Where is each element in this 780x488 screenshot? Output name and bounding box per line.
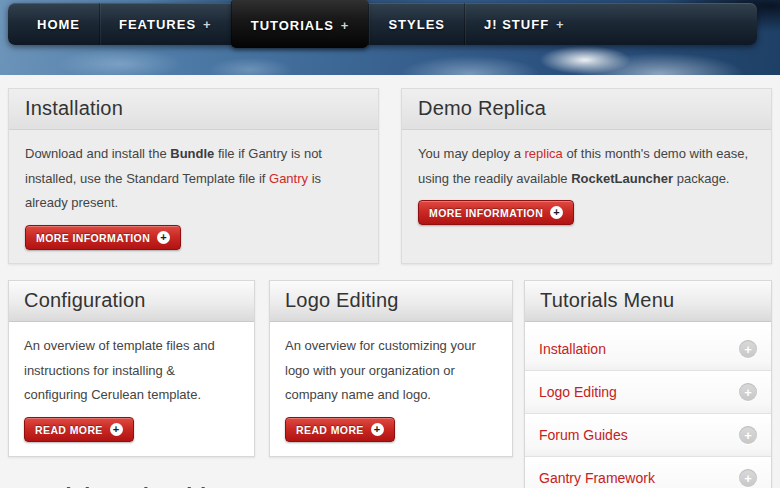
text-segment: Download and install the bbox=[25, 146, 170, 161]
menu-item-installation[interactable]: Installation + bbox=[525, 328, 771, 371]
card-title: Tutorials Menu bbox=[540, 289, 756, 312]
more-information-button[interactable]: MORE INFORMATION + bbox=[25, 225, 181, 250]
nav-item-styles[interactable]: STYLES bbox=[368, 3, 464, 45]
demo-replica-panel-body: You may deploy a replica of this month's… bbox=[402, 130, 771, 238]
menu-link: Forum Guides bbox=[539, 427, 628, 443]
more-information-button[interactable]: MORE INFORMATION + bbox=[418, 200, 574, 225]
bottom-panels-row: Configuration An overview of template fi… bbox=[8, 280, 772, 457]
installation-panel: Installation Download and install the Bu… bbox=[8, 88, 379, 264]
button-label: MORE INFORMATION bbox=[429, 207, 543, 219]
menu-item-gantry-framework[interactable]: Gantry Framework + bbox=[525, 457, 771, 488]
plus-circle-icon: + bbox=[157, 231, 170, 244]
plus-circle-icon: + bbox=[371, 423, 384, 436]
panel-title: Installation bbox=[25, 97, 362, 120]
text-segment: You may deploy a bbox=[418, 146, 524, 161]
tutorials-menu-list: Installation + Logo Editing + Forum Guid… bbox=[525, 322, 771, 488]
menu-link: Logo Editing bbox=[539, 384, 617, 400]
header-hero-image: HOME FEATURES + TUTORIALS + STYLES J! ST… bbox=[0, 0, 780, 75]
plus-circle-icon: + bbox=[739, 383, 757, 401]
nav-item-tutorials[interactable]: TUTORIALS + bbox=[231, 0, 369, 48]
top-panels-row: Installation Download and install the Bu… bbox=[8, 88, 772, 264]
main-navbar: HOME FEATURES + TUTORIALS + STYLES J! ST… bbox=[8, 3, 757, 45]
nav-item-label: STYLES bbox=[388, 17, 445, 32]
panel-title: Demo Replica bbox=[418, 97, 755, 120]
menu-link: Gantry Framework bbox=[539, 470, 655, 486]
main-content: Installation Download and install the Bu… bbox=[0, 75, 780, 488]
submenu-plus-icon: + bbox=[203, 17, 212, 32]
button-label: READ MORE bbox=[35, 424, 103, 436]
card-text: An overview for customizing your logo wi… bbox=[285, 334, 497, 408]
submenu-plus-icon: + bbox=[341, 18, 350, 33]
installation-panel-header: Installation bbox=[9, 89, 378, 130]
card-title: Logo Editing bbox=[285, 289, 497, 312]
menu-item-logo-editing[interactable]: Logo Editing + bbox=[525, 371, 771, 414]
configuration-card: Configuration An overview of template fi… bbox=[8, 280, 255, 457]
text-segment-bold: Bundle bbox=[170, 146, 214, 161]
gantry-link[interactable]: Gantry bbox=[269, 171, 308, 186]
nav-item-label: J! STUFF bbox=[484, 17, 549, 32]
menu-item-forum-guides[interactable]: Forum Guides + bbox=[525, 414, 771, 457]
replica-link[interactable]: replica bbox=[524, 146, 562, 161]
card-text: An overview of template files and instru… bbox=[24, 334, 239, 408]
installation-panel-body: Download and install the Bundle file if … bbox=[9, 130, 378, 263]
submenu-plus-icon: + bbox=[556, 17, 565, 32]
plus-circle-icon: + bbox=[739, 426, 757, 444]
text-segment-bold: RocketLauncher bbox=[571, 171, 673, 186]
plus-circle-icon: + bbox=[739, 340, 757, 358]
panel-text: Download and install the Bundle file if … bbox=[25, 142, 362, 216]
read-more-button[interactable]: READ MORE + bbox=[24, 417, 134, 442]
nav-item-label: TUTORIALS bbox=[251, 18, 334, 33]
logo-editing-card: Logo Editing An overview for customizing… bbox=[269, 280, 513, 457]
logo-editing-card-body: An overview for customizing your logo wi… bbox=[270, 322, 512, 456]
nav-item-label: FEATURES bbox=[119, 17, 196, 32]
menu-link: Installation bbox=[539, 341, 606, 357]
nav-item-j-stuff[interactable]: J! STUFF + bbox=[464, 3, 584, 45]
read-more-button[interactable]: READ MORE + bbox=[285, 417, 395, 442]
plus-circle-icon: + bbox=[550, 206, 563, 219]
tutorials-menu-card: Tutorials Menu Installation + Logo Editi… bbox=[524, 280, 772, 488]
logo-editing-card-header: Logo Editing bbox=[270, 281, 512, 322]
card-title: Configuration bbox=[24, 289, 239, 312]
configuration-card-header: Configuration bbox=[9, 281, 254, 322]
text-segment: package. bbox=[673, 171, 729, 186]
nav-item-features[interactable]: FEATURES + bbox=[99, 3, 231, 45]
button-label: READ MORE bbox=[296, 424, 364, 436]
plus-circle-icon: + bbox=[739, 469, 757, 487]
demo-replica-panel: Demo Replica You may deploy a replica of… bbox=[401, 88, 772, 264]
nav-item-home[interactable]: HOME bbox=[18, 3, 99, 45]
nav-item-label: HOME bbox=[37, 17, 80, 32]
panel-text: You may deploy a replica of this month's… bbox=[418, 142, 755, 191]
plus-circle-icon: + bbox=[110, 423, 123, 436]
tutorials-menu-header: Tutorials Menu bbox=[525, 281, 771, 322]
demo-replica-panel-header: Demo Replica bbox=[402, 89, 771, 130]
button-label: MORE INFORMATION bbox=[36, 232, 150, 244]
configuration-card-body: An overview of template files and instru… bbox=[9, 322, 254, 456]
